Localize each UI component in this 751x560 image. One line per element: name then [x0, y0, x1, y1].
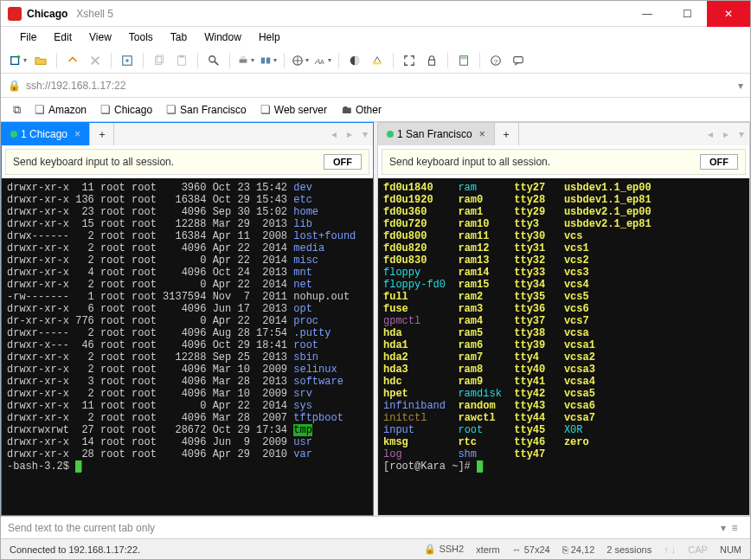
menu-edit[interactable]: Edit — [45, 28, 80, 47]
tabstrip-left: 1 Chicago × ＋ ◂ ▸ ▾ — [2, 123, 373, 145]
print-button[interactable] — [235, 51, 256, 70]
svg-rect-21 — [373, 61, 382, 64]
titlebar: Chicago Xshell 5 — ☐ ✕ — [1, 1, 750, 27]
fullscreen-button[interactable] — [399, 51, 420, 70]
tab-menu-icon[interactable]: ▾ — [357, 123, 373, 145]
svg-rect-15 — [261, 57, 265, 63]
bookmark-icon: ❏ — [35, 103, 45, 116]
address-bar[interactable]: 🔒 ssh://192.168.1.17:22 ▾ — [1, 74, 750, 98]
tab-close-icon[interactable]: × — [74, 128, 80, 140]
toolbar: AA ? — [1, 48, 750, 74]
svg-point-6 — [125, 59, 129, 62]
tab-close-icon[interactable]: × — [479, 128, 485, 140]
encoding-button[interactable] — [290, 51, 311, 70]
bookmark-icon: ❏ — [100, 103, 111, 116]
status-ssh: 🔒 SSH2 — [424, 544, 464, 555]
status-bar: Connected to 192.168.1.17:22. 🔒 SSH2 xte… — [1, 538, 750, 559]
svg-rect-22 — [429, 60, 435, 65]
calculator-button[interactable] — [453, 51, 474, 70]
menu-window[interactable]: Window — [196, 28, 250, 47]
menu-tools[interactable]: Tools — [120, 28, 162, 47]
status-connection: Connected to 192.168.1.17:22. — [10, 544, 140, 555]
pane-sf: 1 San Francisco × ＋ ◂ ▸ ▾ Send keyboard … — [377, 122, 750, 516]
menu-view[interactable]: View — [80, 28, 120, 47]
maximize-button[interactable]: ☐ — [667, 1, 707, 27]
close-button[interactable]: ✕ — [707, 1, 750, 27]
pane-chicago: 1 Chicago × ＋ ◂ ▸ ▾ Send keyboard input … — [1, 122, 374, 516]
bookmark-amazon[interactable]: ❏Amazon — [29, 101, 92, 118]
svg-rect-24 — [461, 56, 467, 59]
tab-next-icon[interactable]: ▸ — [718, 123, 734, 145]
properties-button[interactable] — [117, 51, 138, 70]
menu-file[interactable]: File — [11, 28, 45, 47]
font-button[interactable]: AA — [312, 51, 333, 70]
svg-rect-16 — [266, 57, 270, 63]
keyboard-broadcast-bar-right: Send keyboard input to all session. OFF — [382, 149, 746, 175]
broadcast-off-button-left[interactable]: OFF — [324, 154, 362, 170]
tab-menu-icon[interactable]: ▾ — [734, 123, 749, 145]
title-app: Xshell 5 — [76, 8, 113, 20]
compose-menu-icon[interactable]: ≡ — [726, 522, 743, 534]
status-sessions: 2 sessions — [607, 544, 652, 555]
tabstrip-right: 1 San Francisco × ＋ ◂ ▸ ▾ — [378, 123, 749, 145]
bookmark-webserver[interactable]: ❏Web server — [255, 101, 332, 118]
svg-rect-10 — [179, 55, 183, 57]
lock-button[interactable] — [421, 51, 442, 70]
menubar: File Edit View Tools Tab Window Help — [1, 27, 750, 48]
status-term: xterm — [476, 544, 500, 555]
tab-next-icon[interactable]: ▸ — [342, 123, 357, 145]
tab-prev-icon[interactable]: ◂ — [703, 123, 718, 145]
panes-container: 1 Chicago × ＋ ◂ ▸ ▾ Send keyboard input … — [1, 122, 750, 516]
open-button[interactable] — [30, 51, 51, 70]
lock-icon: 🔒 — [8, 80, 21, 92]
bookmark-sf[interactable]: ❏San Francisco — [161, 101, 252, 118]
status-arrows: ↑ ↓ — [664, 544, 676, 555]
terminal-chicago[interactable]: drwxr-xr-x 11 root root 3960 Oct 23 15:4… — [2, 178, 373, 515]
svg-rect-14 — [241, 55, 245, 59]
disconnect-button[interactable] — [85, 51, 106, 70]
find-button[interactable] — [203, 51, 224, 70]
keyboard-broadcast-bar-left: Send keyboard input to all session. OFF — [5, 149, 369, 175]
svg-point-11 — [209, 55, 215, 61]
tab-new-left[interactable]: ＋ — [90, 123, 114, 145]
bookmarks-bar: ⧉ ❏Amazon ❏Chicago ❏San Francisco ❏Web s… — [1, 98, 750, 122]
menu-tab[interactable]: Tab — [162, 28, 196, 47]
title-tab: Chicago — [27, 8, 67, 20]
svg-rect-13 — [240, 59, 247, 62]
bookmark-icon: ❏ — [260, 103, 271, 116]
terminal-sf[interactable]: fd0u1840 ram tty27 usbdev1.1_ep00fd0u192… — [378, 178, 749, 515]
svg-text:?: ? — [494, 57, 498, 65]
status-pos: ⎘ 24,12 — [562, 544, 595, 555]
transfer-button[interactable] — [258, 51, 279, 70]
status-dot-icon — [387, 131, 394, 138]
address-dropdown-icon[interactable]: ▾ — [738, 80, 743, 92]
tab-sf[interactable]: 1 San Francisco × — [378, 123, 495, 145]
tab-prev-icon[interactable]: ◂ — [326, 123, 342, 145]
status-num: NUM — [720, 544, 741, 555]
bookmark-chicago[interactable]: ❏Chicago — [95, 101, 157, 118]
minimize-button[interactable]: — — [627, 1, 667, 27]
status-cap: CAP — [688, 544, 708, 555]
tab-new-right[interactable]: ＋ — [495, 123, 519, 145]
paste-button[interactable] — [171, 51, 192, 70]
copy-button[interactable] — [149, 51, 170, 70]
broadcast-off-button-right[interactable]: OFF — [700, 154, 738, 170]
status-size: ↔ 57x24 — [512, 544, 550, 555]
compose-placeholder: Send text to the current tab only — [8, 522, 721, 534]
color-scheme-button[interactable] — [344, 51, 365, 70]
highlight-button[interactable] — [367, 51, 388, 70]
bookmark-other[interactable]: 🖿Other — [336, 101, 387, 118]
new-session-button[interactable] — [8, 51, 29, 70]
compose-bar[interactable]: Send text to the current tab only ▾ ≡ — [1, 516, 750, 538]
bookmark-add[interactable]: ⧉ — [8, 101, 26, 119]
folder-icon: 🖿 — [341, 103, 352, 116]
bookmark-icon: ❏ — [166, 103, 177, 116]
menu-help[interactable]: Help — [250, 28, 289, 47]
tab-chicago[interactable]: 1 Chicago × — [2, 123, 90, 145]
feedback-button[interactable] — [508, 51, 529, 70]
svg-rect-27 — [514, 56, 523, 62]
help-button[interactable]: ? — [485, 51, 506, 70]
svg-line-12 — [215, 61, 218, 64]
reconnect-button[interactable] — [62, 51, 83, 70]
svg-rect-0 — [11, 56, 19, 64]
